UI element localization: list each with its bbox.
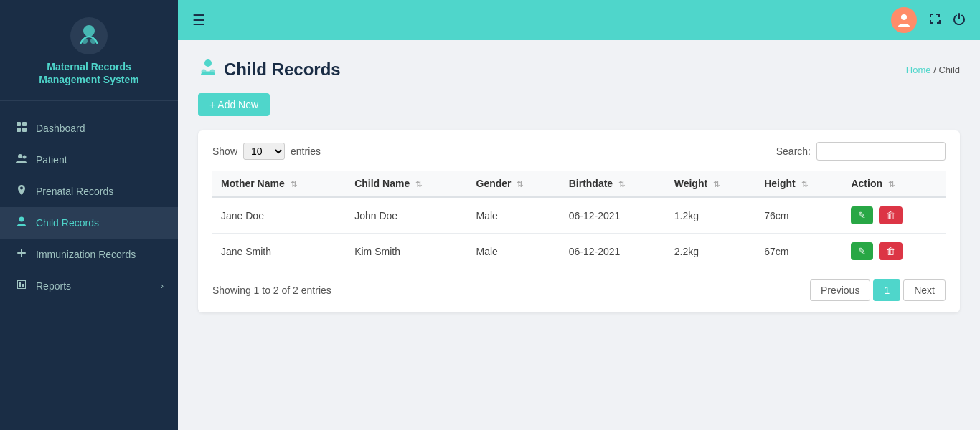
sidebar-item-prenatal-records[interactable]: Prenatal Records	[0, 176, 178, 207]
col-child-name[interactable]: Child Name ⇅	[346, 171, 467, 197]
cell-gender: Male	[468, 234, 560, 269]
cell-height: 67cm	[755, 234, 842, 269]
edit-button[interactable]: ✎	[851, 242, 873, 260]
page-1-button[interactable]: 1	[873, 280, 900, 301]
cell-child-name: Kim Smith	[346, 234, 467, 269]
delete-button[interactable]: 🗑	[879, 242, 903, 260]
sort-icon-height: ⇅	[801, 180, 808, 188]
delete-button[interactable]: 🗑	[879, 206, 903, 224]
child-records-icon	[14, 216, 29, 230]
patient-icon	[14, 153, 29, 167]
col-action: Action ⇅	[842, 171, 946, 197]
svg-point-1	[82, 38, 88, 44]
cell-weight: 1.2kg	[666, 197, 755, 234]
logo-icon	[70, 17, 108, 54]
add-new-button[interactable]: + Add New	[198, 93, 270, 116]
svg-point-12	[901, 14, 907, 20]
sidebar-navigation: Dashboard Patient Prenatal Records Child…	[0, 101, 178, 430]
sidebar-item-child-records[interactable]: Child Records	[0, 207, 178, 239]
breadcrumb: Home / Child	[906, 64, 960, 75]
page-title-icon	[198, 57, 218, 82]
previous-button[interactable]: Previous	[810, 280, 870, 301]
topbar-right	[891, 7, 966, 33]
page-title-text: Child Records	[224, 59, 341, 80]
svg-point-2	[90, 38, 96, 44]
entries-select[interactable]: 10 25 50 100	[243, 143, 285, 160]
content-area: Child Records Home / Child + Add New Sho…	[178, 40, 980, 430]
topbar-left: ☰	[192, 11, 205, 29]
table-footer: Showing 1 to 2 of 2 entries Previous 1 N…	[212, 280, 946, 301]
prenatal-icon	[14, 184, 29, 199]
power-icon[interactable]	[953, 12, 966, 29]
svg-point-0	[83, 25, 95, 37]
search-box: Search:	[776, 142, 946, 161]
sidebar-logo: Maternal Records Management System	[0, 0, 178, 101]
sort-icon-action: ⇅	[888, 180, 895, 188]
sidebar-item-dashboard-label: Dashboard	[36, 123, 85, 134]
svg-rect-3	[17, 122, 21, 126]
svg-rect-5	[17, 128, 21, 132]
cell-birthdate: 06-12-2021	[560, 197, 666, 234]
entries-label: entries	[291, 145, 321, 157]
avatar[interactable]	[891, 7, 917, 33]
cell-action: ✎ 🗑	[842, 197, 946, 234]
sidebar-item-reports[interactable]: Reports ›	[0, 270, 178, 302]
cell-action: ✎ 🗑	[842, 234, 946, 269]
dashboard-icon	[14, 121, 29, 135]
col-gender[interactable]: Gender ⇅	[468, 171, 560, 197]
cell-birthdate: 06-12-2021	[560, 234, 666, 269]
table-controls: Show 10 25 50 100 entries Search:	[212, 142, 946, 161]
cell-height: 76cm	[755, 197, 842, 234]
sidebar-item-patient-label: Patient	[36, 154, 67, 166]
chevron-down-icon: ›	[161, 281, 164, 291]
col-mother-name[interactable]: Mother Name ⇅	[212, 171, 346, 197]
immunization-icon	[14, 247, 29, 262]
page-header: Child Records Home / Child	[198, 57, 960, 82]
edit-button[interactable]: ✎	[851, 206, 873, 224]
search-label: Search:	[776, 145, 811, 157]
hamburger-icon[interactable]: ☰	[192, 11, 205, 29]
cell-mother-name: Jane Smith	[212, 234, 346, 269]
col-birthdate[interactable]: Birthdate ⇅	[560, 171, 666, 197]
sidebar-item-immunization-label: Immunization Records	[36, 249, 136, 260]
maximize-icon[interactable]	[928, 12, 941, 29]
data-table: Mother Name ⇅ Child Name ⇅ Gender ⇅ Bi	[212, 171, 946, 269]
search-input[interactable]	[816, 142, 946, 161]
sidebar-item-dashboard[interactable]: Dashboard	[0, 113, 178, 144]
reports-icon	[14, 279, 29, 293]
svg-point-13	[204, 59, 212, 67]
sort-icon-weight: ⇅	[713, 180, 720, 188]
sort-icon-mother: ⇅	[291, 180, 297, 188]
table-card: Show 10 25 50 100 entries Search:	[198, 130, 960, 312]
cell-child-name: John Doe	[346, 197, 467, 234]
sort-icon-child: ⇅	[415, 180, 422, 188]
logo-text: Maternal Records Management System	[39, 60, 138, 86]
breadcrumb-home[interactable]: Home	[906, 64, 931, 75]
page-title: Child Records	[198, 57, 341, 82]
sidebar-item-patient[interactable]: Patient	[0, 144, 178, 176]
sidebar-item-reports-label: Reports	[36, 280, 71, 292]
pagination: Previous 1 Next	[810, 280, 946, 301]
svg-point-7	[18, 154, 22, 158]
sort-icon-birthdate: ⇅	[618, 180, 625, 188]
svg-rect-11	[17, 252, 26, 254]
showing-entries-text: Showing 1 to 2 of 2 entries	[212, 285, 331, 296]
topbar: ☰	[178, 0, 980, 40]
main-content: ☰ Child Records Home	[178, 0, 980, 430]
sidebar: Maternal Records Management System Dashb…	[0, 0, 178, 430]
table-row: Jane Smith Kim Smith Male 06-12-2021 2.2…	[212, 234, 946, 269]
sidebar-item-immunization-records[interactable]: Immunization Records	[0, 239, 178, 270]
sidebar-item-child-records-label: Child Records	[36, 217, 99, 229]
col-height[interactable]: Height ⇅	[755, 171, 842, 197]
svg-point-15	[210, 70, 215, 75]
cell-gender: Male	[468, 197, 560, 234]
svg-rect-6	[22, 128, 27, 132]
next-button[interactable]: Next	[903, 280, 946, 301]
sort-icon-gender: ⇅	[517, 180, 523, 188]
svg-rect-4	[22, 122, 27, 126]
svg-point-8	[23, 156, 27, 159]
col-weight[interactable]: Weight ⇅	[666, 171, 755, 197]
show-label: Show	[212, 145, 237, 157]
show-entries: Show 10 25 50 100 entries	[212, 143, 321, 160]
table-header-row: Mother Name ⇅ Child Name ⇅ Gender ⇅ Bi	[212, 171, 946, 197]
